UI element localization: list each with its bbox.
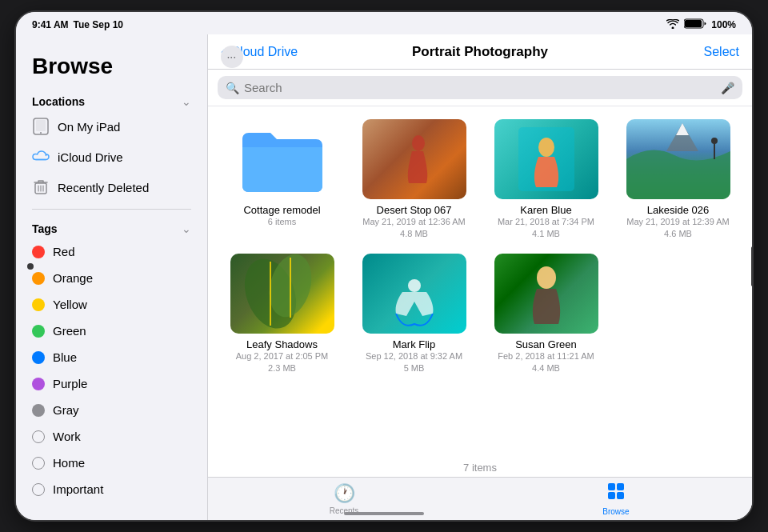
- tab-browse[interactable]: Browse: [480, 478, 752, 520]
- file-name-susan: Susan Green: [515, 338, 577, 350]
- icloud-drive-label: iCloud Drive: [58, 150, 123, 164]
- svg-rect-25: [617, 492, 624, 499]
- sidebar-item-red[interactable]: Red: [16, 238, 207, 265]
- svg-point-15: [711, 138, 718, 144]
- tab-bar: 🕐 Recents Browse: [208, 477, 752, 520]
- file-item-lakeside[interactable]: Lakeside 026 May 21, 2019 at 12:39 AM4.6…: [617, 119, 739, 241]
- ipad-icon: [32, 118, 50, 135]
- purple-tag-dot: [32, 378, 45, 390]
- tags-chevron: ⌄: [182, 222, 191, 235]
- file-meta-desert: May 21, 2019 at 12:36 AM4.8 MB: [362, 216, 465, 241]
- gray-tag-dot: [32, 404, 45, 417]
- file-item-desert[interactable]: Desert Stop 067 May 21, 2019 at 12:36 AM…: [353, 119, 475, 241]
- file-meta-mark: Sep 12, 2018 at 9:32 AM5 MB: [366, 350, 462, 375]
- file-thumbnail-desert: [362, 119, 466, 199]
- file-item-karen[interactable]: Karen Blue Mar 21, 2018 at 7:34 PM4.1 MB: [485, 119, 607, 241]
- svg-point-4: [40, 132, 42, 134]
- file-item-leafy[interactable]: Leafy Shadows Aug 2, 2017 at 2:05 PM2.3 …: [221, 254, 343, 375]
- green-label: Green: [53, 324, 86, 338]
- yellow-tag-dot: [32, 298, 45, 311]
- battery-icon: [684, 18, 706, 31]
- tags-label: Tags: [32, 222, 58, 235]
- svg-rect-1: [685, 20, 702, 27]
- tags-section-header: Tags ⌄: [16, 216, 207, 238]
- browse-tab-label: Browse: [602, 507, 629, 516]
- sidebar-item-gray[interactable]: Gray: [16, 397, 207, 423]
- date: Tue Sep 10: [74, 19, 123, 30]
- back-button[interactable]: ‹ iCloud Drive: [221, 43, 394, 60]
- sidebar-item-work[interactable]: Work: [16, 423, 207, 450]
- mic-icon[interactable]: 🎤: [721, 82, 734, 94]
- sidebar-item-on-my-ipad[interactable]: On My iPad: [16, 111, 207, 142]
- nav-bar: ‹ iCloud Drive Portrait Photography Sele…: [208, 34, 752, 70]
- locations-chevron: ⌄: [182, 95, 191, 108]
- search-input[interactable]: [244, 81, 716, 94]
- file-name-desert: Desert Stop 067: [377, 204, 452, 216]
- important-label: Important: [53, 482, 103, 496]
- file-meta-lakeside: May 21, 2019 at 12:39 AM4.6 MB: [626, 216, 729, 241]
- svg-point-21: [537, 266, 556, 289]
- svg-marker-13: [676, 123, 689, 135]
- sidebar-item-green[interactable]: Green: [16, 318, 207, 344]
- green-tag-dot: [32, 325, 45, 338]
- locations-label: Locations: [32, 95, 85, 108]
- file-meta-karen: Mar 21, 2018 at 7:34 PM4.1 MB: [498, 216, 594, 241]
- items-count: 7 items: [208, 455, 752, 477]
- sidebar-item-important[interactable]: Important: [16, 476, 207, 502]
- home-tag-dot: [32, 457, 45, 470]
- purple-label: Purple: [53, 377, 87, 390]
- yellow-label: Yellow: [53, 298, 87, 311]
- file-thumbnail-mark: [362, 254, 466, 334]
- work-label: Work: [53, 430, 81, 443]
- file-thumbnail-lakeside: [626, 119, 730, 199]
- nav-title: Portrait Photography: [394, 44, 566, 60]
- svg-rect-23: [617, 483, 624, 490]
- file-item-mark[interactable]: Mark Flip Sep 12, 2018 at 9:32 AM5 MB: [353, 254, 475, 375]
- time: 9:41 AM: [32, 19, 69, 30]
- orange-tag-dot: [32, 272, 45, 285]
- select-button[interactable]: Select: [566, 45, 739, 59]
- search-icon: 🔍: [226, 82, 239, 94]
- on-my-ipad-label: On My iPad: [58, 120, 120, 134]
- trash-icon: [32, 178, 50, 196]
- file-item-cottage-remodel[interactable]: Cottage remodel 6 items: [221, 119, 343, 241]
- browse-title: Browse: [16, 47, 207, 89]
- cloud-icon: [32, 148, 50, 166]
- sidebar-item-blue[interactable]: Blue: [16, 344, 207, 370]
- recents-icon: 🕐: [334, 483, 355, 504]
- sidebar: Browse ●●● Locations ⌄: [16, 34, 208, 520]
- search-input-wrap[interactable]: 🔍 🎤: [218, 76, 742, 99]
- home-indicator: [344, 512, 424, 515]
- files-grid: Cottage remodel 6 items D: [208, 106, 752, 455]
- blue-label: Blue: [53, 350, 77, 364]
- svg-rect-22: [608, 483, 615, 490]
- file-thumbnail-leafy: [230, 254, 334, 334]
- svg-point-20: [408, 279, 421, 292]
- file-item-susan[interactable]: Susan Green Feb 2, 2018 at 11:21 AM4.4 M…: [485, 254, 607, 375]
- sidebar-item-icloud-drive[interactable]: iCloud Drive: [16, 142, 207, 172]
- sidebar-item-purple[interactable]: Purple: [16, 370, 207, 397]
- search-bar: 🔍 🎤: [208, 70, 752, 106]
- svg-rect-24: [608, 492, 615, 499]
- gray-label: Gray: [53, 403, 79, 417]
- sidebar-item-yellow[interactable]: Yellow: [16, 291, 207, 318]
- home-label: Home: [53, 456, 85, 470]
- file-name-mark: Mark Flip: [393, 338, 435, 350]
- divider-locations-tags: [32, 209, 191, 210]
- file-meta-cottage: 6 items: [268, 216, 296, 228]
- file-meta-susan: Feb 2, 2018 at 11:21 AM4.4 MB: [498, 350, 594, 375]
- file-name-lakeside: Lakeside 026: [647, 204, 709, 216]
- right-panel: ‹ iCloud Drive Portrait Photography Sele…: [208, 34, 752, 520]
- sidebar-item-recently-deleted[interactable]: Recently Deleted: [16, 172, 207, 202]
- battery-label: 100%: [711, 19, 736, 30]
- svg-point-9: [412, 135, 425, 151]
- sidebar-item-home[interactable]: Home: [16, 450, 207, 476]
- important-tag-dot: [32, 483, 45, 496]
- sidebar-item-orange[interactable]: Orange: [16, 265, 207, 291]
- red-label: Red: [53, 245, 75, 258]
- svg-point-11: [538, 138, 554, 157]
- red-tag-dot: [32, 246, 45, 258]
- wifi-icon: [666, 19, 679, 31]
- file-name-karen: Karen Blue: [520, 204, 571, 216]
- svg-rect-3: [36, 120, 46, 131]
